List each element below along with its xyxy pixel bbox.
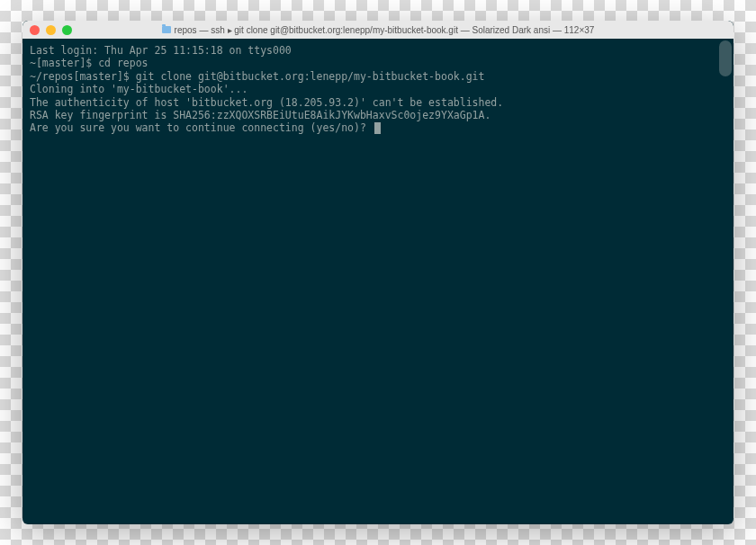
terminal-line: RSA key fingerprint is SHA256:zzXQOXSRBE… xyxy=(30,109,726,121)
titlebar: repos — ssh ▸ git clone git@bitbucket.or… xyxy=(22,21,734,39)
scrollbar[interactable] xyxy=(719,40,732,76)
terminal-window: repos — ssh ▸ git clone git@bitbucket.or… xyxy=(22,21,734,524)
terminal-line: Last login: Thu Apr 25 11:15:18 on ttys0… xyxy=(30,44,726,57)
terminal-body[interactable]: Last login: Thu Apr 25 11:15:18 on ttys0… xyxy=(22,39,734,524)
minimize-icon[interactable] xyxy=(46,25,56,35)
cursor xyxy=(374,122,381,134)
terminal-line: ~/repos[master]$ git clone git@bitbucket… xyxy=(30,70,726,83)
folder-icon xyxy=(162,26,171,33)
terminal-line: Cloning into 'my-bitbucket-book'... xyxy=(30,83,726,95)
window-title: repos — ssh ▸ git clone git@bitbucket.or… xyxy=(22,25,734,35)
maximize-icon[interactable] xyxy=(62,25,72,35)
terminal-prompt-text: Are you sure you want to continue connec… xyxy=(30,121,373,134)
close-icon[interactable] xyxy=(30,25,40,35)
terminal-line: ~[master]$ cd repos xyxy=(30,57,726,69)
terminal-prompt-line: Are you sure you want to continue connec… xyxy=(30,121,726,134)
traffic-lights xyxy=(30,25,72,35)
window-title-text: repos — ssh ▸ git clone git@bitbucket.or… xyxy=(175,25,595,35)
terminal-line: The authenticity of host 'bitbucket.org … xyxy=(30,96,726,109)
